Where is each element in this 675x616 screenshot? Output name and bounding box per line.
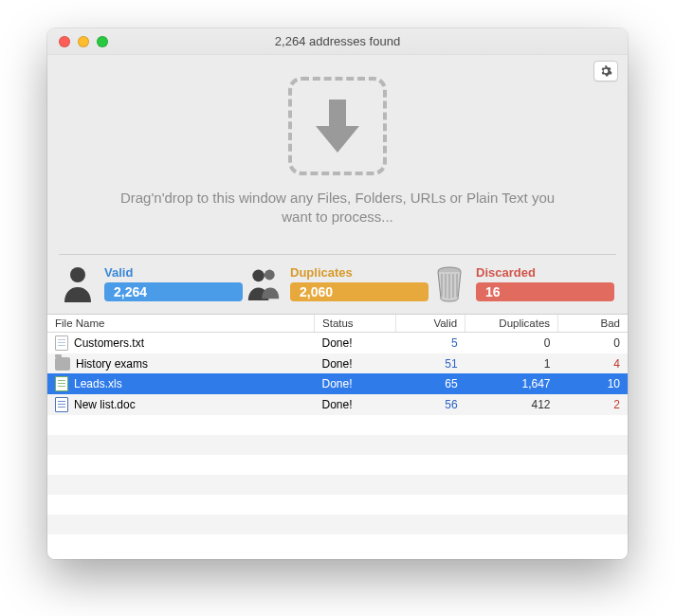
col-bad[interactable]: Bad <box>558 315 628 333</box>
file-icon <box>55 335 68 351</box>
cell-duplicates: 1,647 <box>465 373 558 394</box>
cell-bad: 10 <box>558 373 628 394</box>
file-name-text: History exams <box>76 357 148 371</box>
col-status[interactable]: Status <box>315 315 396 333</box>
cell-filename: Leads.xls <box>55 376 307 391</box>
col-duplicates[interactable]: Duplicates <box>465 315 558 333</box>
cell-duplicates: 412 <box>465 394 558 415</box>
cell-filename: New list.doc <box>55 397 307 412</box>
window-controls <box>59 36 108 47</box>
stat-discarded: Discarded 16 <box>432 264 614 302</box>
table-row-empty <box>47 435 628 455</box>
stats-bar: Valid 2,264 Duplicates 2,060 Discarded <box>47 255 628 314</box>
app-window: 2,264 addresses found Drag'n'drop to thi… <box>47 28 628 559</box>
person-icon <box>61 264 95 302</box>
stat-duplicates-count: 2,060 <box>290 282 429 301</box>
stat-valid: Valid 2,264 <box>61 264 243 302</box>
people-icon <box>246 264 281 302</box>
download-arrow-icon <box>312 96 363 156</box>
table-body: Customers.txtDone!500History examsDone!5… <box>47 333 628 535</box>
stat-discarded-count: 16 <box>476 282 614 301</box>
cell-valid: 5 <box>395 333 465 354</box>
cell-valid: 51 <box>395 353 465 373</box>
svg-point-2 <box>265 270 275 281</box>
table-row[interactable]: New list.docDone!564122 <box>47 394 628 415</box>
svg-point-0 <box>70 267 85 282</box>
file-icon <box>55 397 68 412</box>
stat-duplicates: Duplicates 2,060 <box>246 264 429 302</box>
table-row-empty <box>47 415 628 435</box>
stat-discarded-label: Discarded <box>476 265 614 280</box>
col-filename[interactable]: File Name <box>47 315 315 333</box>
table-row-empty <box>47 475 628 495</box>
table-row-empty <box>47 455 628 475</box>
cell-bad: 2 <box>558 394 628 415</box>
stat-duplicates-label: Duplicates <box>290 265 429 280</box>
stat-valid-label: Valid <box>104 265 243 280</box>
cell-valid: 56 <box>395 394 465 415</box>
cell-valid: 65 <box>395 373 465 394</box>
cell-status: Done! <box>315 373 396 394</box>
table-row[interactable]: Leads.xlsDone!651,64710 <box>47 373 628 394</box>
table-header: File Name Status Valid Duplicates Bad <box>47 315 628 333</box>
cell-duplicates: 0 <box>465 333 558 354</box>
drop-instructions: Drag'n'drop to this window any Files, Fo… <box>110 189 565 227</box>
file-icon <box>55 357 70 371</box>
drop-zone[interactable]: Drag'n'drop to this window any Files, Fo… <box>47 55 628 254</box>
window-title: 2,264 addresses found <box>47 34 628 48</box>
svg-point-1 <box>252 270 265 282</box>
drop-target <box>288 77 387 175</box>
stat-valid-count: 2,264 <box>104 282 243 301</box>
close-icon[interactable] <box>59 36 70 47</box>
file-name-text: New list.doc <box>74 398 136 411</box>
cell-status: Done! <box>315 394 396 415</box>
cell-bad: 4 <box>558 353 628 373</box>
file-name-text: Customers.txt <box>74 336 144 350</box>
cell-duplicates: 1 <box>465 353 558 373</box>
table-row-empty <box>47 495 628 515</box>
file-table: File Name Status Valid Duplicates Bad Cu… <box>47 314 628 559</box>
titlebar: 2,264 addresses found <box>47 28 628 55</box>
cell-bad: 0 <box>558 333 628 354</box>
table-row-empty <box>47 515 628 534</box>
cell-filename: History exams <box>55 357 307 371</box>
minimize-icon[interactable] <box>78 36 89 47</box>
cell-status: Done! <box>315 353 396 373</box>
cell-status: Done! <box>315 333 396 354</box>
zoom-icon[interactable] <box>97 36 108 47</box>
table-row[interactable]: History examsDone!5114 <box>47 353 628 373</box>
table-row[interactable]: Customers.txtDone!500 <box>47 333 628 354</box>
trash-icon <box>432 264 466 302</box>
file-icon <box>55 376 68 391</box>
col-valid[interactable]: Valid <box>395 315 465 333</box>
cell-filename: Customers.txt <box>55 335 307 351</box>
file-name-text: Leads.xls <box>74 377 122 390</box>
